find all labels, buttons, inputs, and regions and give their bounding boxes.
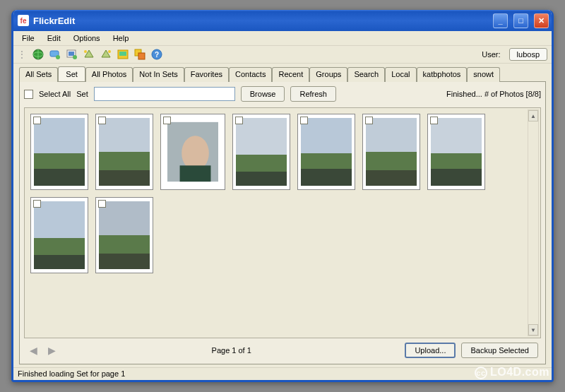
photo-thumbnail[interactable] [30, 114, 88, 190]
tab-groups[interactable]: Groups [309, 67, 347, 82]
svg-point-11 [108, 50, 111, 53]
tab-favorites[interactable]: Favorites [184, 67, 229, 82]
tab-not-in-sets[interactable]: Not In Sets [133, 67, 184, 82]
page-label: Page 1 of 1 [64, 346, 399, 355]
svg-rect-38 [431, 169, 482, 186]
svg-rect-6 [69, 52, 74, 56]
status-text: Finished loading Set for page 1 [18, 369, 125, 378]
copy-icon[interactable] [134, 49, 145, 60]
thumbnail-checkbox[interactable] [98, 117, 106, 124]
close-button[interactable]: ✕ [534, 13, 549, 28]
chat-icon[interactable] [49, 49, 61, 60]
window-title: FlickrEdit [33, 16, 487, 26]
title-bar[interactable]: fe FlickrEdit _ □ ✕ [13, 10, 552, 31]
tab-local[interactable]: Local [385, 67, 416, 82]
photos-status-label: Finished... # of Photos [8/8] [446, 90, 541, 98]
watermark: ccLO4D.com [475, 366, 549, 379]
thumbnail-checkbox[interactable] [430, 117, 438, 124]
svg-rect-13 [119, 52, 126, 56]
svg-rect-33 [366, 118, 417, 152]
help-icon[interactable]: ? [151, 49, 162, 60]
thumbnail-checkbox[interactable] [365, 117, 373, 124]
tab-contacts[interactable]: Contacts [229, 67, 272, 82]
menu-options[interactable]: Options [68, 32, 106, 44]
svg-rect-20 [34, 169, 85, 186]
menu-bar: File Edit Options Help [13, 31, 552, 46]
photo-thumbnail[interactable] [95, 114, 153, 190]
thumbnail-scrollbar[interactable]: ▲ ▼ [528, 109, 539, 336]
svg-rect-26 [180, 165, 211, 182]
thumbnail-checkbox[interactable] [33, 200, 41, 208]
svg-point-9 [84, 50, 87, 53]
menu-file[interactable]: File [16, 32, 40, 44]
status-bar: Finished loading Set for page 1 [13, 367, 552, 380]
toolbar-grip: ⋮ [18, 49, 27, 59]
svg-rect-44 [99, 254, 150, 269]
tab-search[interactable]: Search [347, 67, 385, 82]
thumbnail-checkbox[interactable] [163, 117, 171, 124]
maximize-button[interactable]: □ [513, 13, 528, 28]
photo-thumbnail[interactable] [160, 114, 225, 190]
pager-row: ◀ ▶ Page 1 of 1 Upload... Backup Selecte… [24, 338, 541, 360]
tab-katbphotos[interactable]: katbphotos [417, 67, 468, 82]
svg-rect-39 [34, 201, 85, 238]
menu-edit[interactable]: Edit [42, 32, 66, 44]
thumbnail-checkbox[interactable] [33, 117, 41, 124]
svg-rect-29 [236, 172, 287, 186]
select-all-checkbox[interactable] [24, 90, 33, 99]
watermark-text: LO4D.com [490, 366, 549, 378]
upload-button[interactable]: Upload... [405, 343, 456, 358]
svg-rect-23 [99, 170, 150, 186]
picture-icon[interactable] [117, 49, 129, 60]
svg-rect-18 [34, 118, 85, 153]
cc-icon: cc [475, 367, 487, 379]
photo-thumbnail[interactable] [297, 114, 355, 190]
tab-recent[interactable]: Recent [272, 67, 309, 82]
svg-rect-42 [99, 201, 150, 235]
tab-all-sets[interactable]: All Sets [19, 67, 58, 82]
tab-snowt[interactable]: snowt [467, 67, 500, 82]
rotate-right-icon[interactable] [100, 49, 112, 60]
scroll-track[interactable] [528, 121, 538, 324]
thumbnail-grid: ▲ ▼ [24, 107, 541, 338]
svg-rect-27 [236, 118, 287, 155]
photo-thumbnail[interactable] [30, 197, 88, 273]
thumbnail-checkbox[interactable] [98, 200, 106, 208]
svg-point-4 [56, 55, 60, 59]
tab-pane: Select All Set Browse Refresh Finished..… [19, 81, 546, 364]
rotate-left-icon[interactable] [83, 49, 95, 60]
thumbnail-checkbox[interactable] [300, 117, 308, 124]
scroll-up-icon[interactable]: ▲ [528, 110, 538, 121]
photo-thumbnail[interactable] [95, 197, 153, 273]
set-field-label: Set [76, 90, 88, 98]
svg-rect-32 [301, 169, 352, 186]
refresh-button[interactable]: Refresh [290, 86, 336, 102]
photo-thumbnail[interactable] [427, 114, 485, 190]
backup-selected-button[interactable]: Backup Selected [461, 343, 538, 358]
tab-set[interactable]: Set [58, 66, 85, 81]
scroll-down-icon[interactable]: ▼ [528, 324, 538, 335]
photo-thumbnail[interactable] [362, 114, 420, 190]
app-icon: fe [18, 15, 29, 26]
browse-button[interactable]: Browse [241, 86, 285, 102]
content-area: All Sets Set All Photos Not In Sets Favo… [13, 64, 552, 367]
image-icon[interactable] [66, 49, 78, 60]
tabs-bar: All Sets Set All Photos Not In Sets Favo… [19, 66, 546, 81]
close-icon: ✕ [538, 16, 545, 25]
minimize-button[interactable]: _ [493, 13, 508, 28]
user-button[interactable]: lubosp [509, 48, 547, 61]
page-next-button[interactable]: ▶ [45, 345, 58, 356]
thumbnail-checkbox[interactable] [235, 117, 243, 124]
svg-rect-15 [138, 53, 145, 59]
tab-all-photos[interactable]: All Photos [85, 67, 133, 82]
photo-thumbnail[interactable] [232, 114, 290, 190]
svg-point-7 [73, 55, 77, 59]
set-name-input[interactable] [94, 87, 235, 101]
svg-rect-41 [34, 255, 85, 269]
globe-icon[interactable] [32, 49, 44, 60]
page-prev-button[interactable]: ◀ [27, 345, 40, 356]
minimize-icon: _ [498, 16, 502, 25]
tool-bar: ⋮ ? User: lubosp [13, 46, 552, 64]
svg-point-25 [182, 136, 209, 170]
menu-help[interactable]: Help [107, 32, 135, 44]
